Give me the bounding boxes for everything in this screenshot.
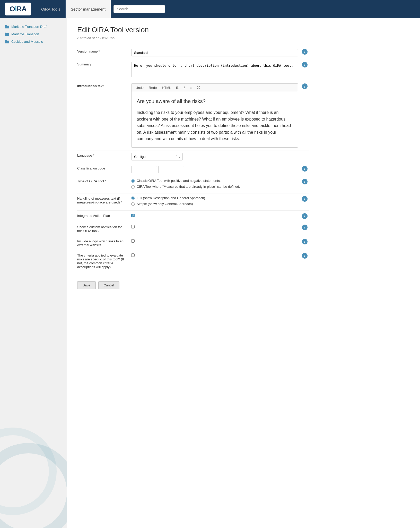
- handling-option-1-label: Full (show Description and General Appro…: [137, 196, 205, 200]
- nav-tab-sector-management[interactable]: Sector management: [66, 0, 111, 18]
- toolbar-link-button[interactable]: ⌘: [194, 85, 203, 91]
- handling-option-1: Full (show Description and General Appro…: [131, 196, 298, 200]
- integrated-checkbox-option: [131, 213, 298, 217]
- summary-info: i: [301, 59, 309, 81]
- notification-info-icon[interactable]: i: [302, 225, 308, 230]
- version-name-info-icon[interactable]: i: [302, 49, 308, 55]
- intro-control: Undo Redo HTML B I ≡ ⌘ Are you aware of …: [129, 81, 301, 150]
- sidebar-item-maritime-draft[interactable]: Maritime Transport Draft: [3, 23, 64, 30]
- handling-option-2-label: Simple (show only General Approach): [137, 202, 193, 206]
- criteria-checkbox[interactable]: [131, 253, 135, 257]
- integrated-info-icon[interactable]: i: [302, 213, 308, 219]
- classification-info: i: [301, 163, 309, 176]
- logo: OiRA: [5, 3, 31, 15]
- type-control: Classic OiRA Tool with positive and nega…: [129, 176, 301, 193]
- type-info-icon[interactable]: i: [302, 179, 308, 184]
- criteria-checkbox-option: [131, 253, 298, 257]
- logo-label: Include a logo which links to an externa…: [77, 236, 129, 250]
- handling-label: Handling of measures text (if measures-i…: [77, 193, 129, 210]
- handling-control: Full (show Description and General Appro…: [129, 193, 301, 210]
- summary-info-icon[interactable]: i: [302, 62, 308, 67]
- layout: Maritime Transport Draft Maritime Transp…: [0, 18, 420, 528]
- form-row-version-name: Version name i: [77, 46, 309, 59]
- toolbar-bold-button[interactable]: B: [174, 85, 181, 91]
- type-info: i: [301, 176, 309, 193]
- criteria-control: [129, 250, 301, 272]
- integrated-info: i: [301, 210, 309, 222]
- handling-radio-2[interactable]: [131, 202, 135, 206]
- toolbar-list-button[interactable]: ≡: [187, 85, 195, 91]
- sidebar-item-label-maritime-draft: Maritime Transport Draft: [11, 25, 47, 29]
- type-radio-1[interactable]: [131, 179, 135, 183]
- cancel-button[interactable]: Cancel: [98, 281, 119, 289]
- sidebar-item-cockles[interactable]: Cockles and Mussels: [3, 38, 64, 45]
- version-name-label: Version name: [77, 46, 129, 59]
- integrated-control: [129, 210, 301, 222]
- classification-input-1[interactable]: [131, 166, 157, 173]
- intro-info-icon[interactable]: i: [302, 83, 308, 89]
- intro-info: i: [301, 81, 309, 150]
- version-name-info: i: [301, 46, 309, 59]
- classification-info-icon[interactable]: i: [302, 166, 308, 172]
- form-table: Version name i Summary Here, you should …: [77, 46, 309, 272]
- criteria-info-icon[interactable]: i: [302, 253, 308, 259]
- version-name-control: [129, 46, 301, 59]
- editor-body: Including the risks to your employees an…: [137, 109, 293, 142]
- criteria-label: The criteria applied to evaluate risks a…: [77, 250, 129, 272]
- type-option-2-label: OiRA Tool where "Measures that are alrea…: [137, 185, 240, 189]
- logo-checkbox[interactable]: [131, 239, 135, 243]
- form-row-summary: Summary Here, you should enter a short d…: [77, 59, 309, 81]
- search-input[interactable]: [113, 5, 165, 13]
- form-row-type: Type of OiRA Tool Classic OiRA Tool with…: [77, 176, 309, 193]
- handling-option-2: Simple (show only General Approach): [131, 202, 298, 206]
- handling-info-icon[interactable]: i: [302, 196, 308, 202]
- folder-icon-2: [5, 32, 9, 36]
- form-row-intro: Introduction text Undo Redo HTML B I ≡ ⌘…: [77, 81, 309, 150]
- logo-info: i: [301, 236, 309, 250]
- handling-radio-1[interactable]: [131, 197, 135, 200]
- language-select[interactable]: Gaeilge English French German Spanish: [131, 153, 183, 160]
- notification-checkbox-option: [131, 225, 298, 228]
- page-title: Edit OiRA Tool version: [77, 26, 410, 34]
- notification-checkbox[interactable]: [131, 225, 135, 228]
- form-row-logo: Include a logo which links to an externa…: [77, 236, 309, 250]
- logo-text: OiRA: [10, 5, 27, 13]
- editor-content[interactable]: Are you aware of all the risks? Includin…: [131, 92, 298, 148]
- notification-control: [129, 222, 301, 236]
- folder-icon-3: [5, 40, 9, 44]
- integrated-checkbox[interactable]: [131, 214, 135, 217]
- sidebar-item-label-cockles: Cockles and Mussels: [11, 40, 43, 44]
- toolbar-italic-button[interactable]: I: [181, 85, 187, 91]
- type-radio-2[interactable]: [131, 185, 135, 189]
- summary-label: Summary: [77, 59, 129, 81]
- form-row-classification: Classification code i: [77, 163, 309, 176]
- toolbar-redo-button[interactable]: Redo: [146, 85, 159, 91]
- type-option-1: Classic OiRA Tool with positive and nega…: [131, 179, 298, 183]
- form-row-criteria: The criteria applied to evaluate risks a…: [77, 250, 309, 272]
- criteria-info: i: [301, 250, 309, 272]
- save-button[interactable]: Save: [77, 281, 96, 289]
- toolbar-undo-button[interactable]: Undo: [133, 85, 146, 91]
- notification-label: Show a custom notification for this OiRA…: [77, 222, 129, 236]
- main-content: Edit OiRA Tool version A version of an O…: [67, 18, 420, 528]
- language-info: [301, 150, 309, 163]
- editor-toolbar: Undo Redo HTML B I ≡ ⌘: [131, 83, 298, 92]
- header: OiRA OiRA Tools Sector management: [0, 0, 420, 18]
- sidebar-item-maritime[interactable]: Maritime Transport: [3, 31, 64, 38]
- language-label: Language: [77, 150, 129, 163]
- nav-tabs: OiRA Tools Sector management: [36, 0, 111, 18]
- logo-control: [129, 236, 301, 250]
- type-label: Type of OiRA Tool: [77, 176, 129, 193]
- intro-label: Introduction text: [77, 81, 129, 150]
- page-subtitle: A version of an OiRA Tool.: [77, 36, 410, 40]
- classification-input-2[interactable]: [158, 166, 184, 173]
- notification-info: i: [301, 222, 309, 236]
- nav-tab-oira-tools[interactable]: OiRA Tools: [36, 0, 66, 18]
- logo-info-icon[interactable]: i: [302, 239, 308, 244]
- classification-label: Classification code: [77, 163, 129, 176]
- version-name-input[interactable]: [131, 49, 298, 56]
- integrated-label: Integrated Action Plan: [77, 210, 129, 222]
- type-option-2: OiRA Tool where "Measures that are alrea…: [131, 185, 298, 189]
- toolbar-html-button[interactable]: HTML: [159, 85, 173, 91]
- summary-input[interactable]: Here, you should enter a short descripti…: [131, 62, 298, 77]
